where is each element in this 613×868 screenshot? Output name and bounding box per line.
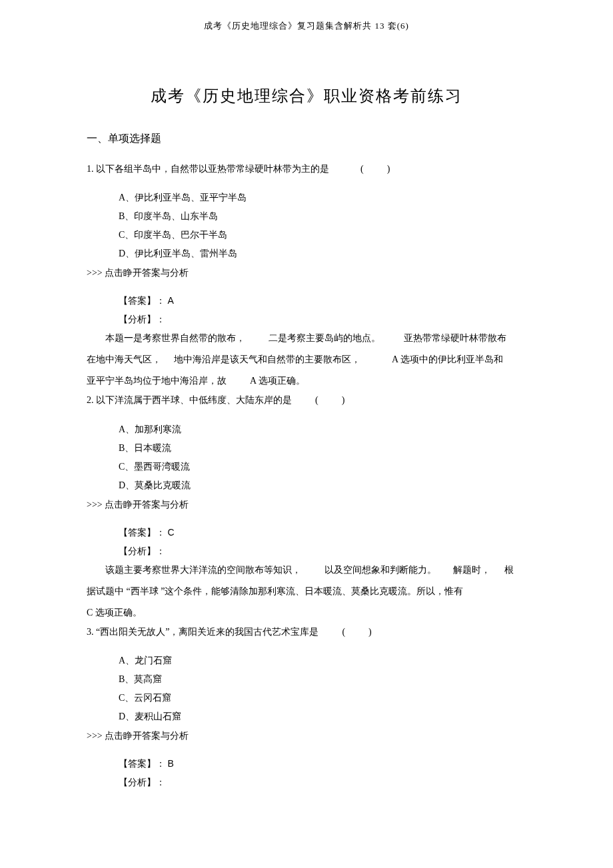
- question-text: 以下洋流属于西半球、中低纬度、大陆东岸的是: [96, 395, 292, 405]
- paren-close: ): [387, 164, 390, 174]
- analysis-prefix: 【分析】：: [119, 773, 526, 792]
- analysis-seg: 解题时，: [453, 565, 490, 575]
- option-d[interactable]: D、麦积山石窟: [119, 707, 526, 726]
- paren-open: (: [342, 627, 345, 637]
- analysis-seg: 亚热带常绿硬叶林带散布: [404, 333, 506, 343]
- answer-prefix: 【答案】：: [119, 759, 165, 769]
- question-number: 1.: [87, 164, 94, 174]
- question-stem: 2. 以下洋流属于西半球、中低纬度、大陆东岸的是 ( ): [87, 393, 526, 408]
- option-c[interactable]: C、印度半岛、巴尔干半岛: [119, 226, 526, 244]
- question-number: 2.: [87, 395, 94, 405]
- option-b[interactable]: B、莫高窟: [119, 670, 526, 689]
- option-a[interactable]: A、龙门石窟: [119, 651, 526, 670]
- option-c[interactable]: C、墨西哥湾暖流: [119, 458, 526, 476]
- question-stem: 3. “西出阳关无故人”，离阳关近来的我国古代艺术宝库是 ( ): [87, 625, 526, 640]
- answer-line: 【答案】： B: [119, 754, 526, 773]
- option-d[interactable]: D、莫桑比克暖流: [119, 476, 526, 495]
- analysis-seg: 亚平宁半岛均位于地中海沿岸，故: [87, 376, 227, 386]
- analysis-text: C 选项正确。: [87, 604, 526, 622]
- question-text: 以下各组半岛中，自然带以亚热带常绿硬叶林带为主的是: [96, 164, 329, 174]
- analysis-text: 在地中海天气区， 地中海沿岸是该天气和自然带的主要散布区， A 选项中的伊比利亚…: [87, 350, 526, 369]
- analysis-prefix: 【分析】：: [119, 310, 526, 329]
- analysis-seg: 二是考察主要岛屿的地点。: [269, 333, 380, 343]
- paren-open: (: [315, 395, 318, 405]
- analysis-text: 据试题中 “西半球 ”这个条件，能够清除加那利寒流、日本暖流、莫桑比克暖流。所以…: [87, 582, 526, 601]
- toggle-answer[interactable]: >>> 点击睁开答案与分析: [87, 267, 526, 279]
- option-c[interactable]: C、云冈石窟: [119, 689, 526, 707]
- paren-close: ): [368, 627, 372, 637]
- question-text: “西出阳关无故人”，离阳关近来的我国古代艺术宝库是: [96, 627, 318, 637]
- paren-close: ): [342, 395, 345, 405]
- answer-line: 【答案】： C: [119, 523, 526, 542]
- analysis-text: 该题主要考察世界大洋洋流的空间散布等知识， 以及空间想象和判断能力。 解题时， …: [87, 561, 526, 580]
- section-heading: 一、单项选择题: [87, 132, 526, 146]
- question-number: 3.: [87, 627, 94, 637]
- toggle-answer[interactable]: >>> 点击睁开答案与分析: [87, 499, 526, 511]
- option-b[interactable]: B、日本暖流: [119, 439, 526, 458]
- analysis-seg: 在地中海天气区，: [87, 354, 161, 364]
- analysis-seg: 根: [504, 565, 514, 575]
- analysis-text: 亚平宁半岛均位于地中海沿岸，故 A 选项正确。: [87, 372, 526, 390]
- paren-open: (: [360, 164, 364, 174]
- analysis-text: 本题一是考察世界自然带的散布， 二是考察主要岛屿的地点。 亚热带常绿硬叶林带散布: [87, 329, 526, 348]
- option-b[interactable]: B、印度半岛、山东半岛: [119, 207, 526, 226]
- answer-value: B: [168, 758, 174, 769]
- analysis-seg: A 选项正确。: [250, 376, 305, 386]
- answer-prefix: 【答案】：: [119, 528, 165, 538]
- running-header: 成考《历史地理综合》复习题集含解析共 13 套(6): [87, 20, 526, 32]
- analysis-seg: 该题主要考察世界大洋洋流的空间散布等知识，: [105, 565, 301, 575]
- option-d[interactable]: D、伊比利亚半岛、雷州半岛: [119, 244, 526, 263]
- toggle-answer[interactable]: >>> 点击睁开答案与分析: [87, 730, 526, 742]
- analysis-seg: A 选项中的伊比利亚半岛和: [392, 354, 503, 364]
- option-a[interactable]: A、伊比利亚半岛、亚平宁半岛: [119, 189, 526, 207]
- answer-prefix: 【答案】：: [119, 296, 165, 306]
- question-stem: 1. 以下各组半岛中，自然带以亚热带常绿硬叶林带为主的是 ( ): [87, 162, 526, 177]
- option-a[interactable]: A、加那利寒流: [119, 420, 526, 439]
- analysis-seg: 以及空间想象和判断能力。: [324, 565, 436, 575]
- analysis-seg: 地中海沿岸是该天气和自然带的主要散布区，: [174, 354, 360, 364]
- page: 成考《历史地理综合》复习题集含解析共 13 套(6) 成考《历史地理综合》职业资…: [0, 0, 613, 832]
- page-title: 成考《历史地理综合》职业资格考前练习: [87, 85, 526, 107]
- answer-value: A: [168, 295, 174, 306]
- answer-value: C: [168, 527, 175, 538]
- analysis-seg: 本题一是考察世界自然带的散布，: [105, 333, 245, 343]
- answer-line: 【答案】： A: [119, 291, 526, 310]
- analysis-prefix: 【分析】：: [119, 542, 526, 561]
